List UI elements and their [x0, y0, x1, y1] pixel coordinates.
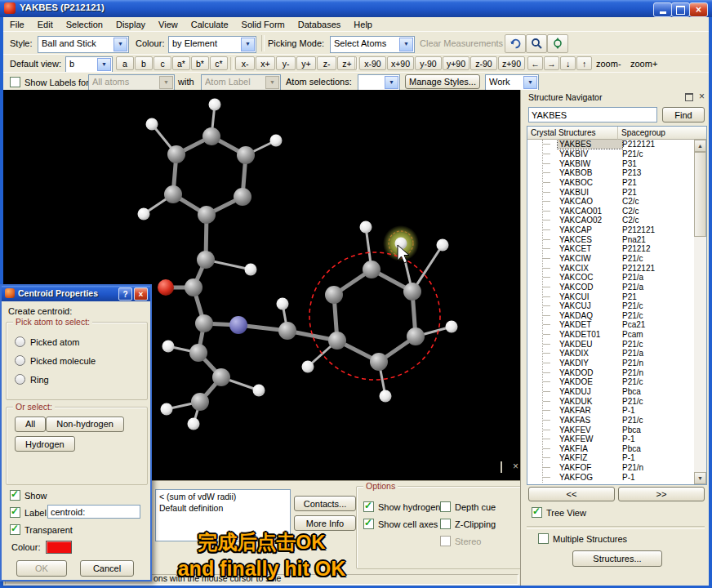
structure-row[interactable]: YAKDOD P21/n [527, 368, 694, 377]
float-panel-button[interactable] [501, 464, 502, 472]
translate-button[interactable]: x+ [256, 56, 275, 70]
structure-name[interactable]: YAKCAO01 [558, 207, 622, 216]
structure-name[interactable]: YAKBOB [558, 168, 622, 177]
structure-row[interactable]: YAKFEW P-1 [527, 434, 694, 444]
menu-item[interactable]: Help [347, 19, 379, 30]
show-labels-checkbox[interactable]: Show Labels for [10, 77, 89, 87]
select-scope-button[interactable]: Hydrogen [15, 436, 75, 452]
axis-view-button[interactable]: b [135, 56, 153, 70]
structure-name[interactable]: YAKBIV [558, 149, 622, 158]
menu-item[interactable]: Display [109, 19, 152, 30]
menu-item[interactable]: Edit [31, 19, 60, 30]
structure-row[interactable]: YAKDUK P21/c [527, 396, 694, 406]
structure-name[interactable]: YAKDOD [558, 368, 622, 377]
close-panel-button[interactable]: × [513, 462, 518, 470]
structure-name[interactable]: YAKDIY [558, 359, 622, 368]
menu-item[interactable]: Solid Form [235, 19, 291, 30]
structure-row[interactable]: YAKBUI P21 [527, 187, 694, 197]
structure-name[interactable]: YAKFIZ [558, 453, 622, 462]
structures-button[interactable]: Structures... [572, 550, 662, 567]
structure-row[interactable]: YAKCAO02 C2/c [527, 216, 694, 225]
structure-name[interactable]: YAKFIA [558, 444, 622, 453]
previous-structure-button[interactable]: << [528, 487, 615, 501]
rotate-90-button[interactable]: z+90 [498, 56, 525, 70]
default-view-combo[interactable]: b▼ [65, 56, 113, 73]
column-header-spacegroup[interactable]: Spacegroup [618, 127, 706, 140]
menu-item[interactable]: Selection [60, 19, 109, 30]
structure-row[interactable]: YAKDIX P21/a [527, 349, 694, 359]
style-set-combo[interactable]: Work▼ [485, 74, 539, 91]
structure-row[interactable]: YAKBIV P21/c [527, 149, 694, 159]
rotate-90-button[interactable]: x-90 [359, 56, 386, 70]
axis-view-button[interactable]: c* [210, 56, 228, 70]
translate-button[interactable]: z- [317, 56, 336, 70]
zoom-tool-button[interactable] [526, 34, 547, 53]
zoom-in-button[interactable]: zoom+ [627, 58, 661, 69]
structure-row[interactable]: YAKDET01 Pcam [527, 330, 694, 340]
structure-row[interactable]: YAKCES Pna21 [527, 234, 694, 244]
structure-name[interactable]: YAKBIW [558, 159, 622, 168]
style-combo[interactable]: Ball and Stick▼ [38, 36, 129, 53]
structure-name[interactable]: YAKDET [558, 320, 622, 329]
structure-row[interactable]: YAKCIW P21/c [527, 254, 694, 264]
scrollbar-thumb[interactable] [694, 152, 706, 237]
structure-row[interactable]: YAKDOE P21/c [527, 377, 694, 387]
dropdown-arrow-icon[interactable]: ▼ [241, 38, 255, 51]
structure-row[interactable]: YAKDUJ Pbca [527, 387, 694, 397]
minimize-button[interactable] [653, 2, 672, 17]
structure-row[interactable]: YAKCIX P212121 [527, 263, 694, 273]
structure-row[interactable]: YAKDEU P21/c [527, 339, 694, 349]
structure-name[interactable]: YAKDOE [558, 377, 622, 386]
select-scope-button[interactable]: Non-hydrogen [46, 416, 124, 432]
menu-item[interactable]: File [3, 19, 31, 30]
structure-name[interactable]: YAKCAO02 [558, 216, 622, 225]
zoom-out-button[interactable]: zoom- [593, 58, 625, 69]
next-structure-button[interactable]: >> [618, 487, 705, 501]
help-button[interactable]: ? [118, 287, 132, 301]
scroll-down-button[interactable]: ▼ [694, 472, 706, 484]
structure-name[interactable]: YAKCOD [558, 283, 622, 292]
colour-combo[interactable]: by Element▼ [168, 36, 256, 53]
structure-name[interactable]: YAKCUI [558, 292, 622, 301]
structure-name[interactable]: YAKBES [558, 140, 622, 149]
dropdown-arrow-icon[interactable]: ▼ [113, 38, 127, 51]
rotate-90-button[interactable]: x+90 [387, 56, 414, 70]
structure-row[interactable]: YAKFIZ P-1 [527, 453, 694, 463]
structure-row[interactable]: YAKCET P21212 [527, 244, 694, 254]
structure-name[interactable]: YAKDUK [558, 397, 622, 406]
float-panel-button[interactable] [685, 93, 693, 101]
structure-row[interactable]: YAKFIA Pbca [527, 444, 694, 454]
menu-item[interactable]: Calculate [185, 19, 235, 30]
structure-name[interactable]: YAKCOC [558, 273, 622, 282]
centroid-label-input[interactable] [47, 505, 140, 519]
fit-view-button[interactable] [547, 34, 568, 53]
translate-button[interactable]: x- [235, 56, 255, 70]
structure-row[interactable]: YAKCUI P21 [527, 292, 694, 301]
structure-row[interactable]: YAKBOC P21 [527, 178, 694, 188]
multiple-structures-checkbox[interactable]: Multiple Structures [538, 533, 627, 544]
structure-name[interactable]: YAKDET01 [558, 330, 622, 339]
structure-row[interactable]: YAKFOG P-1 [527, 472, 694, 482]
close-panel-button[interactable]: × [699, 91, 705, 102]
tree-view-checkbox[interactable]: Tree View [532, 507, 586, 518]
pick-radio-option[interactable]: Picked molecule [15, 351, 96, 370]
structure-name[interactable]: YAKFAR [558, 406, 622, 415]
structure-row[interactable]: YAKDIY P21/n [527, 359, 694, 368]
atom-selections-combo[interactable]: ▼ [358, 74, 400, 91]
axis-view-button[interactable]: b* [191, 56, 209, 70]
contact-definition-value[interactable]: < (sum of vdW radii) [156, 490, 290, 501]
structure-row[interactable]: YAKCOD P21/a [527, 283, 694, 292]
translate-button[interactable]: y- [276, 56, 296, 70]
structure-row[interactable]: YAKCUJ P21/c [527, 301, 694, 311]
scrollbar[interactable]: ▲ ▼ [694, 140, 706, 484]
structure-name[interactable]: YAKCAO [558, 197, 622, 206]
menu-item[interactable]: View [152, 19, 185, 30]
structure-row[interactable]: YAKFAR P-1 [527, 406, 694, 416]
dropdown-arrow-icon[interactable]: ▼ [399, 38, 413, 51]
atoms-scope-combo[interactable]: All atoms▼ [88, 74, 175, 91]
axis-view-button[interactable]: c [154, 56, 171, 70]
show-checkbox[interactable]: Show [10, 490, 47, 501]
dropdown-arrow-icon[interactable]: ▼ [523, 76, 537, 89]
structure-name[interactable]: YAKCUJ [558, 301, 622, 310]
structure-row[interactable]: YAKFAS P21/c [527, 416, 694, 425]
